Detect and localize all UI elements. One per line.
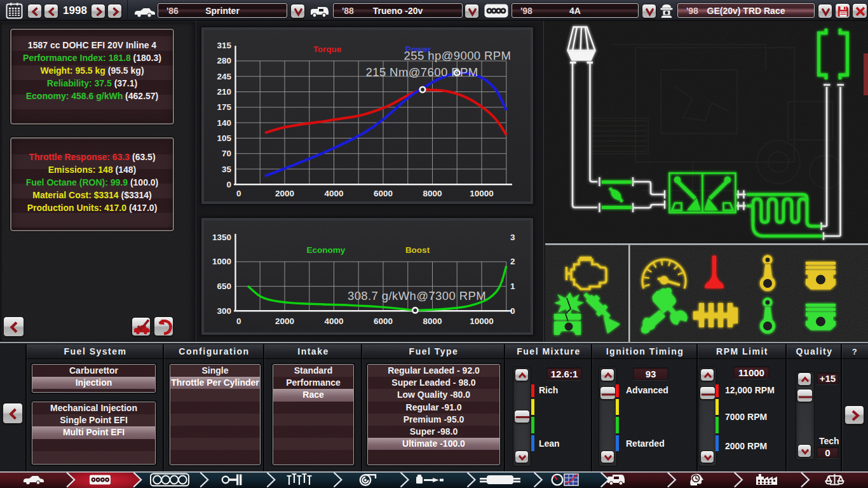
svg-text:2000: 2000 bbox=[275, 189, 294, 198]
svg-text:6000: 6000 bbox=[374, 189, 393, 198]
svg-text:1: 1 bbox=[510, 281, 515, 291]
svg-text:8000: 8000 bbox=[423, 316, 442, 326]
svg-text:1000: 1000 bbox=[212, 257, 231, 266]
svg-text:3: 3 bbox=[510, 233, 515, 242]
svg-text:4000: 4000 bbox=[324, 316, 343, 326]
svg-text:215 Nm@7600 RPM: 215 Nm@7600 RPM bbox=[366, 65, 478, 79]
svg-text:0: 0 bbox=[236, 316, 241, 326]
svg-text:245: 245 bbox=[217, 72, 231, 81]
svg-text:2000: 2000 bbox=[275, 316, 294, 326]
svg-text:Torque: Torque bbox=[313, 44, 342, 54]
svg-text:255 hp@9000 RPM: 255 hp@9000 RPM bbox=[404, 49, 512, 62]
svg-text:140: 140 bbox=[217, 118, 231, 128]
svg-text:2: 2 bbox=[510, 257, 515, 266]
svg-text:Boost: Boost bbox=[405, 245, 430, 255]
svg-text:0: 0 bbox=[236, 189, 241, 198]
svg-text:300: 300 bbox=[217, 306, 231, 316]
svg-text:1350: 1350 bbox=[212, 233, 231, 242]
svg-text:280: 280 bbox=[217, 56, 231, 65]
svg-text:0: 0 bbox=[226, 180, 231, 189]
svg-text:308.7 g/kWh@7300 RPM: 308.7 g/kWh@7300 RPM bbox=[348, 289, 486, 302]
svg-text:105: 105 bbox=[217, 133, 231, 143]
svg-text:0: 0 bbox=[510, 306, 515, 316]
svg-text:35: 35 bbox=[222, 165, 232, 174]
svg-text:650: 650 bbox=[217, 281, 231, 291]
svg-text:10000: 10000 bbox=[470, 189, 494, 198]
svg-text:210: 210 bbox=[217, 87, 231, 97]
svg-text:175: 175 bbox=[217, 102, 231, 112]
svg-text:4000: 4000 bbox=[324, 189, 343, 198]
svg-text:6000: 6000 bbox=[374, 316, 393, 326]
svg-text:10000: 10000 bbox=[470, 316, 494, 326]
svg-text:70: 70 bbox=[222, 149, 231, 158]
svg-text:Economy: Economy bbox=[307, 245, 346, 255]
svg-text:8000: 8000 bbox=[423, 189, 442, 198]
svg-text:315: 315 bbox=[217, 41, 231, 50]
